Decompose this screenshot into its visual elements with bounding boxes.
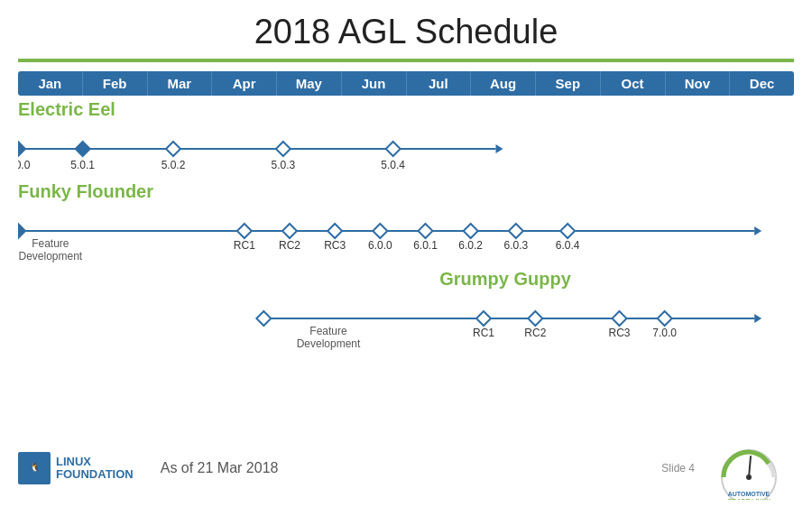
footer: 🐧 LINUX FOUNDATION As of 21 Mar 2018 Sli… xyxy=(0,437,812,500)
linux-logo-icon: 🐧 xyxy=(30,464,40,473)
electric-eel-title: Electric Eel xyxy=(18,99,794,120)
svg-marker-42 xyxy=(613,311,627,326)
page-title: 2018 AGL Schedule xyxy=(0,0,812,59)
svg-marker-1 xyxy=(496,144,503,153)
month-cell-oct: Oct xyxy=(601,71,666,96)
svg-text:5.0.1: 5.0.1 xyxy=(70,159,95,171)
svg-marker-23 xyxy=(373,224,387,238)
svg-text:6.0.3: 6.0.3 xyxy=(503,239,528,252)
slide-number: Slide 4 xyxy=(661,462,695,475)
svg-text:Feature: Feature xyxy=(309,325,347,337)
linux-logo-box: 🐧 xyxy=(18,452,51,484)
grumpy-guppy-timeline: FeatureDevelopmentRC1RC2RC37.0.0 xyxy=(18,291,794,355)
svg-marker-25 xyxy=(419,224,433,238)
svg-text:RC3: RC3 xyxy=(608,327,630,339)
svg-marker-21 xyxy=(328,224,342,238)
svg-text:Development: Development xyxy=(297,337,361,350)
funky-flounder-title: Funky Flounder xyxy=(18,181,794,202)
svg-marker-19 xyxy=(282,224,297,238)
svg-text:6.0.0: 6.0.0 xyxy=(368,239,392,252)
month-cell-sep: Sep xyxy=(536,71,601,96)
svg-text:5.0.2: 5.0.2 xyxy=(161,159,186,171)
svg-marker-13 xyxy=(754,226,761,235)
svg-point-48 xyxy=(746,475,752,480)
month-cell-mar: Mar xyxy=(148,71,213,96)
linux-wordmark-line2: FOUNDATION xyxy=(56,468,134,481)
svg-text:RC3: RC3 xyxy=(324,239,346,252)
month-cell-dec: Dec xyxy=(730,71,794,96)
svg-text:Development: Development xyxy=(18,250,82,263)
electric-eel-section: Electric Eel 5.0.05.0.15.0.25.0.35.0.4 xyxy=(18,99,794,178)
svg-marker-2 xyxy=(18,142,25,156)
title-underline xyxy=(18,59,794,62)
agl-gauge-logo: AUTOMOTIVE GRADE LINUX xyxy=(704,437,794,500)
svg-text:RC2: RC2 xyxy=(279,239,300,252)
svg-marker-6 xyxy=(166,142,180,156)
funky-flounder-section: Funky Flounder FeatureDevelopmentRC1RC2R… xyxy=(18,181,794,265)
linux-wordmark-line1: LINUX xyxy=(56,456,134,468)
svg-marker-40 xyxy=(528,311,542,326)
month-cell-jun: Jun xyxy=(342,71,407,96)
svg-line-47 xyxy=(749,456,751,477)
footer-right: Slide 4 AUTOMOTIVE GRADE LINUX xyxy=(661,437,794,500)
svg-text:6.0.1: 6.0.1 xyxy=(413,239,438,252)
svg-text:5.0.3: 5.0.3 xyxy=(271,159,295,171)
svg-text:6.0.4: 6.0.4 xyxy=(556,239,580,252)
month-cell-jan: Jan xyxy=(18,71,83,96)
svg-marker-34 xyxy=(754,314,761,323)
svg-text:RC2: RC2 xyxy=(524,327,546,339)
svg-text:AUTOMOTIVE: AUTOMOTIVE xyxy=(728,491,770,497)
linux-foundation-wordmark: LINUX FOUNDATION xyxy=(56,456,134,482)
svg-text:5.0.4: 5.0.4 xyxy=(381,159,405,171)
svg-text:7.0.0: 7.0.0 xyxy=(652,327,677,339)
grumpy-guppy-title: Grumpy Guppy xyxy=(217,269,794,290)
svg-marker-35 xyxy=(256,311,271,326)
timeline-area: Electric Eel 5.0.05.0.15.0.25.0.35.0.4 F… xyxy=(18,99,794,355)
funky-flounder-timeline: FeatureDevelopmentRC1RC2RC36.0.06.0.16.0… xyxy=(18,204,794,265)
svg-marker-29 xyxy=(509,224,523,238)
svg-marker-17 xyxy=(237,224,252,238)
svg-text:5.0.0: 5.0.0 xyxy=(18,159,31,171)
svg-marker-38 xyxy=(476,311,491,326)
svg-text:GRADE LINUX: GRADE LINUX xyxy=(727,498,771,500)
svg-text:RC1: RC1 xyxy=(234,239,255,252)
svg-text:RC1: RC1 xyxy=(473,327,494,339)
electric-eel-timeline: 5.0.05.0.15.0.25.0.35.0.4 xyxy=(18,122,794,178)
month-cell-apr: Apr xyxy=(212,71,277,96)
linux-foundation-logo: 🐧 LINUX FOUNDATION xyxy=(18,452,134,484)
svg-marker-4 xyxy=(76,142,90,156)
svg-text:6.0.2: 6.0.2 xyxy=(458,239,483,252)
month-cell-jul: Jul xyxy=(407,71,472,96)
svg-marker-8 xyxy=(276,142,291,156)
grumpy-guppy-section: Grumpy Guppy FeatureDevelopmentRC1RC2RC3… xyxy=(18,269,794,355)
month-cell-aug: Aug xyxy=(471,71,536,96)
svg-marker-27 xyxy=(464,224,478,238)
svg-text:Feature: Feature xyxy=(32,237,69,250)
month-cell-feb: Feb xyxy=(83,71,148,96)
svg-marker-44 xyxy=(658,311,672,326)
month-cell-nov: Nov xyxy=(666,71,731,96)
month-header: JanFebMarAprMayJunJulAugSepOctNovDec xyxy=(18,71,794,96)
svg-marker-31 xyxy=(560,224,575,238)
month-cell-may: May xyxy=(277,71,342,96)
svg-marker-10 xyxy=(386,142,401,156)
svg-marker-14 xyxy=(18,224,25,238)
as-of-date: As of 21 Mar 2018 xyxy=(161,460,279,476)
